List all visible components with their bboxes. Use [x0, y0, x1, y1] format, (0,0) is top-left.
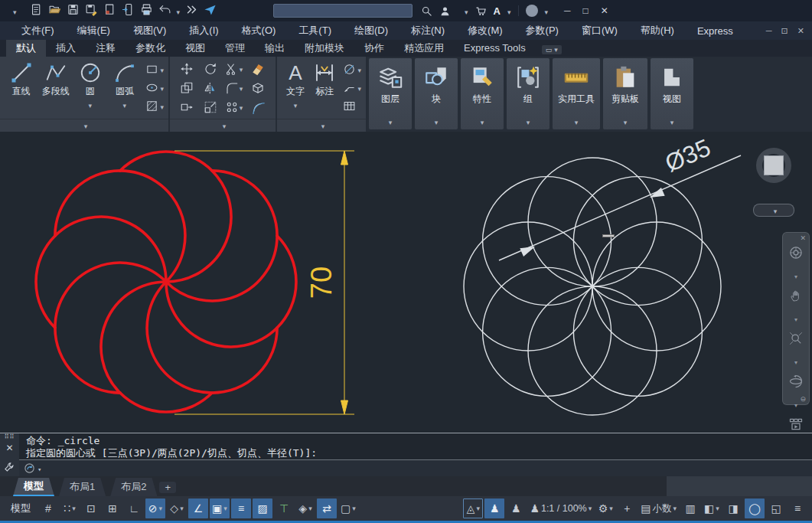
ortho-mode-toggle[interactable]: ∟: [124, 498, 144, 518]
coordinates-readout[interactable]: [667, 476, 812, 496]
tool-line-button[interactable]: 直线: [5, 59, 38, 119]
command-recent-caret-icon[interactable]: [38, 463, 41, 474]
annotation-autoscale-toggle[interactable]: ♟: [506, 498, 526, 518]
tool-scale-button[interactable]: [204, 100, 217, 114]
flower-scallop-arc[interactable]: [55, 171, 120, 236]
flower-arm-arc[interactable]: [166, 236, 277, 301]
menu-item-format[interactable]: 格式(O): [242, 24, 276, 38]
search-input[interactable]: [273, 4, 413, 18]
model-paper-toggle[interactable]: 模型: [5, 502, 37, 515]
lineweight-toggle[interactable]: ≡: [231, 498, 251, 518]
annotation-monitor-caret-icon[interactable]: [477, 505, 481, 512]
polar-tracking-caret-icon[interactable]: [159, 505, 163, 512]
flower-scallop-arc[interactable]: [212, 171, 277, 236]
crosshair-toggle-toggle[interactable]: +: [617, 498, 637, 518]
tool-table-button[interactable]: [343, 100, 361, 113]
model-space[interactable]: 70Ø35: [0, 132, 812, 433]
panel-groups-button[interactable]: 组: [507, 58, 549, 129]
panel-clipboard-caret-icon[interactable]: [624, 116, 628, 127]
qat-mobile-upload-button[interactable]: [122, 3, 135, 18]
qat-batch-plot-button[interactable]: [103, 3, 116, 18]
panel-clipboard-button[interactable]: 剪贴板: [603, 58, 647, 129]
tool-arc-button[interactable]: 圆弧: [108, 59, 141, 119]
ribbon-tab-annotate[interactable]: 注释: [86, 40, 126, 57]
snap-mode-caret-icon[interactable]: [72, 505, 76, 512]
ribbon-tab-insert[interactable]: 插入: [46, 40, 86, 57]
polar-tracking-toggle[interactable]: ⊘: [145, 498, 165, 518]
tool-erase-button[interactable]: [251, 62, 265, 76]
3d-object-snap-toggle[interactable]: ▢: [338, 498, 358, 518]
annotation-scale-toggle[interactable]: ♟1:1 / 100%: [527, 498, 594, 518]
command-input-line[interactable]: [19, 459, 812, 476]
qat-undo-button[interactable]: [158, 3, 171, 18]
dynamic-ucs-toggle[interactable]: ◈: [295, 498, 315, 518]
diameter-dimension-line[interactable]: [499, 155, 741, 260]
infer-constraints-toggle[interactable]: ⊡: [81, 498, 101, 518]
flower-arm-arc[interactable]: [147, 282, 212, 393]
annotate-panel-footer[interactable]: [277, 119, 366, 132]
grid-display-toggle[interactable]: #: [38, 498, 58, 518]
menu-item-view[interactable]: 视图(V): [133, 24, 166, 38]
tool-circle-button[interactable]: 圆: [73, 59, 106, 119]
help-caret-icon[interactable]: [545, 5, 549, 17]
help-icon[interactable]: [526, 5, 538, 17]
drawing-area[interactable]: 70Ø35 ✕ ⊖: [0, 132, 812, 433]
dynamic-ucs-caret-icon[interactable]: [308, 505, 312, 512]
qat-qnew-button[interactable]: [30, 3, 43, 18]
tool-array-button[interactable]: [225, 100, 243, 114]
annotation-visibility-toggle[interactable]: ♟: [484, 498, 504, 518]
tool-circle-caret-icon[interactable]: [89, 99, 93, 110]
menu-item-window[interactable]: 窗口(W): [582, 24, 618, 38]
dimension-diameter-35[interactable]: Ø35: [499, 133, 741, 260]
login-caret-icon[interactable]: [465, 5, 468, 17]
tab-layout2[interactable]: 布局2: [110, 478, 157, 496]
tool-box3d-button[interactable]: [251, 81, 265, 95]
qat-save-as-button[interactable]: [85, 3, 98, 18]
undo-caret-icon[interactable]: [177, 5, 181, 17]
window-maximize-button[interactable]: □: [583, 5, 589, 16]
nav-orbit-caret-icon[interactable]: [794, 398, 797, 410]
object-snap-tracking-toggle[interactable]: ∠: [188, 498, 208, 518]
panel-layers-caret-icon[interactable]: [389, 116, 393, 127]
ribbon-tab-express-tools[interactable]: Express Tools: [454, 40, 536, 57]
panel-groups-caret-icon[interactable]: [527, 116, 530, 127]
flower-scallop-arc[interactable]: [212, 328, 277, 393]
window-minimize-button[interactable]: ─: [564, 5, 571, 16]
dimension-70-text[interactable]: 70: [305, 266, 338, 299]
ribbon-tab-collaborate[interactable]: 协作: [354, 40, 394, 57]
object-snap-toggle[interactable]: ▣: [210, 498, 230, 518]
tool-dimdia-caret-icon[interactable]: [357, 64, 361, 75]
menu-item-help[interactable]: 帮助(H): [641, 24, 674, 38]
tool-fillet-caret-icon[interactable]: [240, 82, 243, 93]
app-menu-caret-icon[interactable]: [13, 5, 17, 17]
panel-layers-button[interactable]: 图层: [369, 58, 412, 129]
draw-panel-footer[interactable]: [0, 119, 168, 132]
ribbon-tab-add-ins[interactable]: 附加模块: [295, 40, 354, 57]
nav-showmotion-button[interactable]: [788, 417, 804, 433]
selection-cycling-toggle[interactable]: ⇄: [317, 498, 337, 518]
autodesk-app-icon[interactable]: A: [494, 5, 501, 17]
tool-ellipse-caret-icon[interactable]: [160, 82, 164, 93]
viewcube[interactable]: [740, 138, 807, 205]
tool-trim-button[interactable]: [225, 62, 243, 76]
tool-move-button[interactable]: [180, 62, 194, 76]
doc-minimize-button[interactable]: ─: [766, 26, 772, 36]
tool-array-caret-icon[interactable]: [240, 101, 243, 113]
workspace-switching-toggle[interactable]: ⚙: [595, 498, 615, 518]
window-close-button[interactable]: ✕: [601, 5, 608, 16]
menu-item-parametric[interactable]: 参数(P): [526, 24, 559, 38]
viewcube-top-face[interactable]: [764, 155, 784, 175]
command-grip-handle[interactable]: ⠿⠿: [5, 435, 15, 439]
nav-hand-caret-icon[interactable]: [794, 312, 797, 324]
nav-wheel-caret-icon[interactable]: [794, 270, 797, 281]
snap-mode-toggle[interactable]: ∷: [60, 498, 80, 518]
tool-text-button[interactable]: A文字: [282, 59, 309, 119]
tab-model[interactable]: 模型: [13, 478, 54, 496]
command-close-icon[interactable]: ✕: [5, 443, 13, 453]
panel-utilities-caret-icon[interactable]: [575, 116, 579, 127]
nav-orbit-button[interactable]: [788, 374, 804, 391]
ribbon-tab-parametric[interactable]: 参数化: [126, 40, 175, 57]
command-customize-icon[interactable]: [4, 462, 15, 473]
object-snap-caret-icon[interactable]: [223, 505, 227, 512]
flower-arm-arc[interactable]: [55, 263, 166, 328]
